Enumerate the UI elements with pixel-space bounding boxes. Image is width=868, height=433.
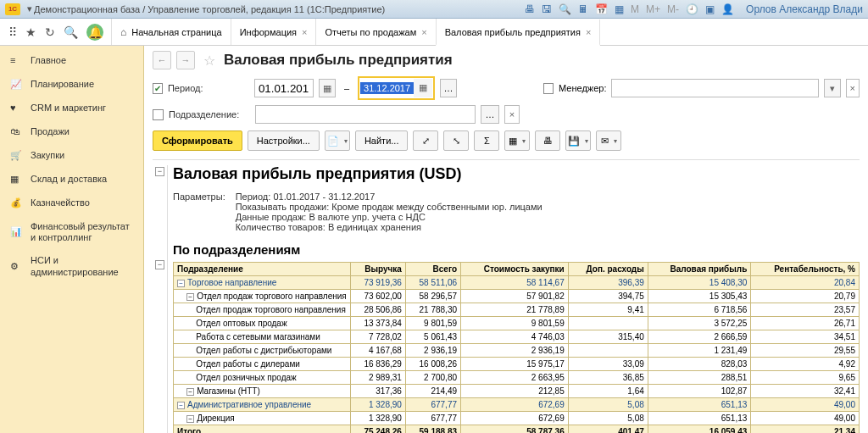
tree-toggle-icon[interactable]: − bbox=[177, 402, 185, 409]
tab-info[interactable]: Информация × bbox=[231, 19, 317, 45]
tree-toggle-icon[interactable]: − bbox=[177, 280, 185, 287]
manager-input[interactable] bbox=[611, 79, 818, 97]
table-row[interactable]: −Отдел продаж торгового направления73 60… bbox=[174, 290, 860, 303]
cell-value: 16 836,29 bbox=[350, 358, 405, 371]
save-icon[interactable]: 🖫 bbox=[542, 3, 552, 15]
date-to-wrapper: 31.12.2017 ▦ bbox=[358, 76, 435, 100]
close-icon[interactable]: × bbox=[421, 27, 426, 37]
table-row[interactable]: −Магазины (НТТ)317,36214,49212,851,64102… bbox=[174, 385, 860, 398]
search-global-icon[interactable]: 🔍 bbox=[559, 3, 571, 15]
bars-icon: 📊 bbox=[10, 226, 22, 238]
save-as-button[interactable]: 💾▾ bbox=[565, 130, 591, 151]
cell-value: 4 746,03 bbox=[461, 330, 569, 344]
sidebar-item-planning[interactable]: 📈Планирование bbox=[0, 73, 143, 97]
m-plus-icon[interactable]: M+ bbox=[646, 3, 660, 15]
user-name[interactable]: Орлов Александр Влади bbox=[746, 3, 863, 15]
calendar-icon[interactable]: 📅 bbox=[595, 3, 608, 15]
sidebar-item-crm[interactable]: ♥CRM и маркетинг bbox=[0, 97, 143, 120]
cell-name: −Торговое направление bbox=[174, 276, 351, 290]
mail-button[interactable]: ✉▾ bbox=[596, 130, 621, 151]
history-icon[interactable]: ↻ bbox=[45, 25, 55, 39]
forward-button[interactable]: → bbox=[176, 51, 195, 69]
app-menu-dropdown[interactable]: ▾ bbox=[25, 3, 34, 14]
col-profit[interactable]: Валовая прибыль bbox=[648, 263, 751, 276]
period-checkbox[interactable] bbox=[153, 83, 163, 94]
date-from-input[interactable] bbox=[254, 79, 314, 97]
dept-input[interactable] bbox=[255, 105, 476, 124]
favorite-icon[interactable]: ★ bbox=[25, 25, 36, 39]
table-row[interactable]: Итого75 248,2659 188,8358 787,36401,4716… bbox=[174, 425, 860, 434]
tree-toggle-icon[interactable]: − bbox=[186, 293, 194, 301]
sidebar-item-main[interactable]: ≡Главное bbox=[0, 49, 143, 73]
period-picker-button[interactable]: … bbox=[440, 79, 457, 97]
favorite-toggle-icon[interactable]: ☆ bbox=[203, 53, 215, 69]
sidebar-item-treasury[interactable]: 💰Казначейство bbox=[0, 192, 143, 215]
expand-button[interactable]: ⤢ bbox=[413, 130, 438, 151]
window-icon[interactable]: ▣ bbox=[705, 3, 715, 15]
dept-picker-button[interactable]: … bbox=[481, 105, 499, 124]
sidebar-item-finance[interactable]: 📊Финансовый результат и контроллинг bbox=[0, 215, 143, 249]
calendar-to-button[interactable]: ▦ bbox=[414, 79, 432, 97]
table-row[interactable]: −Административное управление1 328,90677,… bbox=[174, 398, 860, 412]
manager-clear-button[interactable]: × bbox=[846, 79, 860, 97]
period-label: Период: bbox=[168, 83, 249, 93]
sidebar-item-label: Продажи bbox=[31, 126, 70, 137]
search-icon[interactable]: 🔍 bbox=[64, 25, 78, 39]
calc-icon[interactable]: 🖩 bbox=[578, 3, 588, 15]
outline-collapse-button[interactable]: − bbox=[155, 260, 164, 269]
dept-checkbox[interactable] bbox=[153, 109, 164, 120]
tab-home[interactable]: ⌂ Начальная страница bbox=[111, 19, 231, 45]
outline-collapse-button[interactable]: − bbox=[155, 167, 164, 176]
sum-button[interactable]: Σ bbox=[474, 130, 499, 151]
calendar-from-button[interactable]: ▦ bbox=[319, 79, 336, 97]
manager-select-button[interactable]: ▾ bbox=[824, 79, 841, 97]
table-row[interactable]: Отдел работы с дилерами16 836,2916 008,2… bbox=[174, 358, 860, 371]
user-icon: 👤 bbox=[721, 3, 734, 15]
m-minus-icon[interactable]: M- bbox=[667, 3, 679, 15]
apps-icon[interactable]: ⠿ bbox=[8, 25, 17, 39]
close-icon[interactable]: × bbox=[586, 27, 591, 37]
grid-icon[interactable]: ▦ bbox=[615, 3, 624, 15]
table-row[interactable]: −Торговое направление73 919,3658 511,065… bbox=[174, 276, 860, 290]
col-cost[interactable]: Стоимость закупки bbox=[461, 263, 569, 276]
cell-value: 2 663,95 bbox=[461, 371, 569, 385]
table-row[interactable]: Отдел оптовых продаж13 373,849 801,599 8… bbox=[174, 317, 860, 330]
cell-value: 15 408,30 bbox=[648, 276, 751, 290]
sidebar-item-nsi[interactable]: ⚙НСИ и администрирование bbox=[0, 249, 143, 283]
dept-clear-button[interactable]: × bbox=[504, 105, 520, 124]
table-row[interactable]: Работа с сетевыми магазинами7 728,025 06… bbox=[174, 330, 860, 344]
tree-toggle-icon[interactable]: − bbox=[186, 415, 194, 423]
col-total[interactable]: Всего bbox=[405, 263, 460, 276]
table-row[interactable]: −Дирекция1 328,90677,77672,695,08651,134… bbox=[174, 412, 860, 425]
notifications-icon[interactable]: 🔔 bbox=[86, 24, 103, 41]
col-dept[interactable]: Подразделение bbox=[174, 263, 351, 276]
date-to-input[interactable]: 31.12.2017 bbox=[360, 82, 414, 94]
variants-button[interactable]: 📄▾ bbox=[325, 130, 350, 151]
print-button[interactable]: 🖶 bbox=[535, 130, 560, 151]
tab-sales-reports[interactable]: Отчеты по продажам × bbox=[315, 19, 436, 45]
table-row[interactable]: Отдел розничных продаж2 989,312 700,802 … bbox=[174, 371, 860, 385]
find-button[interactable]: Найти... bbox=[355, 130, 409, 151]
sidebar-item-label: Главное bbox=[31, 55, 66, 66]
cell-value: 651,13 bbox=[648, 398, 751, 412]
clock-icon[interactable]: 🕘 bbox=[686, 3, 698, 15]
manager-checkbox[interactable] bbox=[543, 83, 554, 94]
structure-button[interactable]: ▦▾ bbox=[504, 130, 530, 151]
table-row[interactable]: Отдел продаж торгового направления28 506… bbox=[174, 303, 860, 317]
tab-gross-profit[interactable]: Валовая прибыль предприятия × bbox=[436, 19, 601, 46]
sidebar-item-warehouse[interactable]: ▦Склад и доставка bbox=[0, 168, 143, 192]
back-button[interactable]: ← bbox=[153, 51, 171, 69]
sidebar-item-purchases[interactable]: 🛒Закупки bbox=[0, 144, 143, 168]
collapse-button[interactable]: ⤡ bbox=[443, 130, 469, 151]
col-margin[interactable]: Рентабельность, % bbox=[751, 263, 860, 276]
tree-toggle-icon[interactable]: − bbox=[186, 388, 194, 396]
m-icon[interactable]: M bbox=[631, 3, 639, 15]
generate-button[interactable]: Сформировать bbox=[153, 130, 242, 151]
sidebar-item-sales[interactable]: 🛍Продажи bbox=[0, 120, 143, 144]
close-icon[interactable]: × bbox=[302, 27, 307, 37]
print-icon[interactable]: 🖶 bbox=[525, 3, 535, 15]
settings-button[interactable]: Настройки... bbox=[248, 130, 320, 151]
col-revenue[interactable]: Выручка bbox=[350, 263, 405, 276]
col-extra[interactable]: Доп. расходы bbox=[568, 263, 648, 276]
table-row[interactable]: Отдел работы с дистрибьюторами4 167,682 … bbox=[174, 344, 860, 358]
